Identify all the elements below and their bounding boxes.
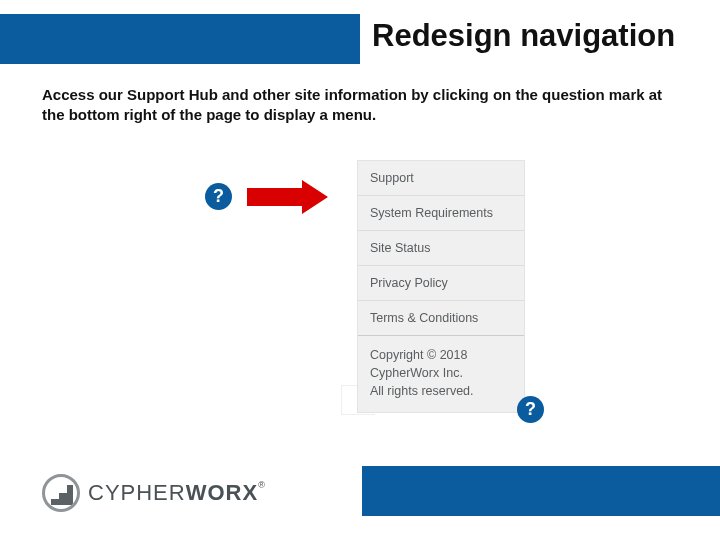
cypherworx-logo: CYPHERWORX® [42,474,266,512]
menu-item-system-requirements[interactable]: System Requirements [358,196,524,231]
arrow-icon [247,180,331,214]
support-menu-panel: Support System Requirements Site Status … [357,160,525,413]
trademark-symbol: ® [258,480,266,490]
logo-part2: WORX [186,480,258,505]
footer-accent-bar [362,466,720,516]
menu-item-terms-conditions[interactable]: Terms & Conditions [358,301,524,335]
logo-mark-icon [42,474,80,512]
header-accent-bar [0,14,360,64]
copyright-line: CypherWorx Inc. [370,364,512,382]
logo-wordmark: CYPHERWORX® [88,480,266,506]
illustration-area: ? Support System Requirements Site Statu… [205,160,545,420]
copyright-line: Copyright © 2018 [370,346,512,364]
menu-item-support[interactable]: Support [358,161,524,196]
help-icon[interactable]: ? [517,396,544,423]
menu-item-privacy-policy[interactable]: Privacy Policy [358,266,524,301]
page-title: Redesign navigation [372,18,675,54]
menu-copyright: Copyright © 2018 CypherWorx Inc. All rig… [358,335,524,412]
help-icon[interactable]: ? [205,183,232,210]
menu-item-site-status[interactable]: Site Status [358,231,524,266]
copyright-line: All rights reserved. [370,382,512,400]
description-text: Access our Support Hub and other site in… [42,85,678,126]
logo-part1: CYPHER [88,480,186,505]
